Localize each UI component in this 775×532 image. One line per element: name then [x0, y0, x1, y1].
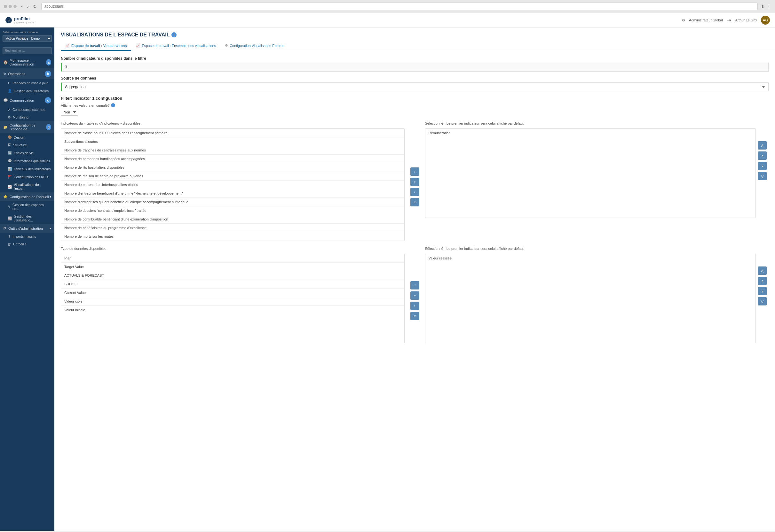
- sidebar-item-gestion-espaces[interactable]: ✎ Gestion des espaces de...: [0, 201, 54, 212]
- sidebar-cycles-label: Cycles de vie: [14, 151, 34, 155]
- sidebar-item-info-qualit[interactable]: 💬 Informations qualitatives: [0, 157, 54, 165]
- page-title-text: VISUALISATIONS DE L'ESPACE DE TRAVAIL: [61, 32, 169, 38]
- panel-left-indicators: Indicateurs du « tableau d'indicateurs »…: [61, 120, 405, 241]
- move-up-button[interactable]: ∧: [758, 151, 767, 160]
- type-move-all-right-button[interactable]: »: [410, 291, 419, 300]
- sidebar-periodes-label: Périodes de mise à jour: [12, 81, 48, 85]
- move-left-button[interactable]: ‹: [410, 188, 419, 196]
- list-item[interactable]: Valeur réalisée: [425, 254, 756, 262]
- list-item[interactable]: Nombre de contribuable bénéficiant d'une…: [61, 215, 404, 224]
- cumule-info-icon[interactable]: i: [111, 103, 115, 107]
- list-item[interactable]: Nombre de partenariats interhospitaliers…: [61, 181, 404, 189]
- tab-ensemble-icon: 📈: [136, 43, 140, 48]
- sidebar-item-imports[interactable]: ⬇ Imports massifs: [0, 233, 54, 240]
- sidebar-item-config-espace[interactable]: 📁 Configuration de l'espace de... d: [0, 121, 54, 133]
- list-item[interactable]: Nombre de tranches de centrales mises au…: [61, 146, 404, 155]
- list-item[interactable]: Nombre de bénéficiaires du programme d'e…: [61, 224, 404, 232]
- list-item[interactable]: Rémunération: [425, 129, 756, 137]
- sidebar-item-composants[interactable]: ↗ Composants externes: [0, 106, 54, 113]
- type-move-right-button[interactable]: ›: [410, 281, 419, 289]
- sidebar-item-gestion-users[interactable]: 👤 Gestion des utilisateurs: [0, 87, 54, 95]
- type-move-down-button[interactable]: ∨: [758, 287, 767, 295]
- gear-icon[interactable]: ⚙: [682, 18, 685, 22]
- address-bar[interactable]: [41, 3, 758, 10]
- list-item[interactable]: Valeur cible: [61, 297, 404, 306]
- dot-2: [9, 5, 12, 8]
- refresh-button[interactable]: ↻: [32, 3, 38, 10]
- move-right-button[interactable]: ›: [410, 167, 419, 176]
- tab-espace-visual[interactable]: 📈 Espace de travail : Visualisations: [61, 41, 131, 51]
- sidebar-item-monitoring[interactable]: ⚙ Monitoring: [0, 113, 54, 121]
- source-donnees-select[interactable]: Aggregation: [61, 82, 769, 91]
- back-button[interactable]: ‹: [20, 3, 24, 10]
- sidebar-search: [0, 45, 54, 56]
- info-qualit-icon: 💬: [8, 159, 12, 163]
- instance-select[interactable]: Action Publique - Demo: [3, 35, 52, 42]
- cumule-label: Afficher les valeurs en cumulé? i: [61, 103, 769, 107]
- sidebar-item-tableaux[interactable]: 📊 Tableaux des indicateurs: [0, 165, 54, 173]
- language-selector[interactable]: FR: [727, 18, 732, 22]
- sidebar-item-gestion-visual[interactable]: 📈 Gestion des visualisatio...: [0, 212, 54, 224]
- list-item[interactable]: Nombre de lits hospitaliers disponibles: [61, 163, 404, 172]
- sidebar-kpis-label: Configuration des KPIs: [14, 175, 48, 179]
- list-item[interactable]: Nombre de classe pour 1000 élèves dans l…: [61, 129, 404, 137]
- sidebar-item-operations[interactable]: ↻ Opérations b: [0, 68, 54, 79]
- sidebar-item-config-kpis[interactable]: 🚩 Configuration des KPIs: [0, 173, 54, 181]
- list-item[interactable]: Nombre d'entreprise bénéficiant d'une pr…: [61, 189, 404, 198]
- type-move-left-button[interactable]: ‹: [410, 302, 419, 310]
- move-down-button[interactable]: ∨: [758, 162, 767, 170]
- list-item[interactable]: Nombre de morts sur les routes: [61, 232, 404, 241]
- sidebar-item-outils-admin[interactable]: ⚙ Outils d'administration ▾: [0, 224, 54, 233]
- type-move-bottom-button[interactable]: ⋁: [758, 297, 767, 305]
- list-item[interactable]: Plan: [61, 254, 404, 263]
- forward-button[interactable]: ›: [26, 3, 30, 10]
- move-all-right-button[interactable]: »: [410, 178, 419, 186]
- sidebar-item-visualisations[interactable]: 📈 Visualisations de l'espa...: [0, 181, 54, 192]
- logo-powered: powered by dfaris: [14, 21, 34, 24]
- sidebar-item-communication[interactable]: 💬 Communication c: [0, 95, 54, 106]
- move-all-left-button[interactable]: «: [410, 198, 419, 206]
- sidebar-item-structure[interactable]: 🏗 Structure: [0, 141, 54, 149]
- left-list-box[interactable]: Nombre de classe pour 1000 élèves dans l…: [61, 128, 405, 241]
- title-info-icon[interactable]: i: [171, 32, 176, 37]
- list-item[interactable]: Target Value: [61, 263, 404, 271]
- sidebar-item-config-accueil[interactable]: ⭐ Configuration de l'accueil ▾: [0, 192, 54, 201]
- list-item[interactable]: ACTUALS & FORECAST: [61, 271, 404, 280]
- panel-right-header: Sélectionné - Le premier indicateur sera…: [425, 120, 769, 127]
- list-item[interactable]: BUDGET: [61, 280, 404, 289]
- tab-bar: 📈 Espace de travail : Visualisations 📈 E…: [61, 41, 769, 51]
- sidebar-comm-label: Communication: [10, 98, 34, 102]
- search-input[interactable]: [3, 47, 52, 54]
- list-item[interactable]: Nombre de personnes handicapées accompag…: [61, 155, 404, 163]
- right-list-box[interactable]: Rémunération: [425, 128, 756, 218]
- list-item[interactable]: Nombre d'entreprises qui ont bénéficié d…: [61, 198, 404, 206]
- folder-icon: 📁: [3, 125, 8, 129]
- outils-icon: ⚙: [3, 226, 6, 230]
- sidebar: Sélectionnez votre instance Action Publi…: [0, 27, 54, 531]
- list-item[interactable]: Nombre de maison de santé de proximité o…: [61, 172, 404, 181]
- list-item[interactable]: Current Value: [61, 289, 404, 297]
- sidebar-item-mon-espace[interactable]: 🏠 Mon espace d'administration a: [0, 56, 54, 68]
- sidebar-item-corbeille[interactable]: 🗑 Corbeille: [0, 240, 54, 248]
- sidebar-item-cycles[interactable]: 🔄 Cycles de vie: [0, 149, 54, 157]
- cumule-select[interactable]: Non: [61, 109, 78, 116]
- type-move-all-left-button[interactable]: «: [410, 312, 419, 320]
- panel2-left-header: Type de données disponibles: [61, 245, 405, 252]
- tab-espace-ensemble[interactable]: 📈 Espace de travail : Ensemble des visua…: [131, 41, 221, 51]
- type-right-list-box[interactable]: Valeur réalisée: [425, 254, 756, 343]
- move-bottom-button[interactable]: ⋁: [758, 172, 767, 180]
- sidebar-item-design[interactable]: 🎨 Design: [0, 133, 54, 141]
- tab-visual-label: Espace de travail : Visualisations: [71, 44, 127, 48]
- type-left-list-box[interactable]: Plan Target Value ACTUALS & FORECAST BUD…: [61, 254, 405, 343]
- type-move-top-button[interactable]: ⋀: [758, 266, 767, 275]
- browser-chrome: ‹ › ↻ ⬇ ⋮: [0, 0, 775, 13]
- sidebar-design-label: Design: [14, 135, 24, 139]
- sidebar-item-periodes[interactable]: ↻ Périodes de mise à jour: [0, 79, 54, 87]
- tab-config-externe[interactable]: ⚙ Configuration Visualisation Externe: [221, 41, 289, 51]
- kpis-icon: 🚩: [8, 175, 12, 179]
- type-move-up-button[interactable]: ∧: [758, 277, 767, 285]
- list-item[interactable]: Subventions allouées: [61, 137, 404, 146]
- move-top-button[interactable]: ⋀: [758, 141, 767, 150]
- list-item[interactable]: Nombre de dossiers "contrats d'emplois l…: [61, 206, 404, 215]
- list-item[interactable]: Valeur initiale: [61, 306, 404, 314]
